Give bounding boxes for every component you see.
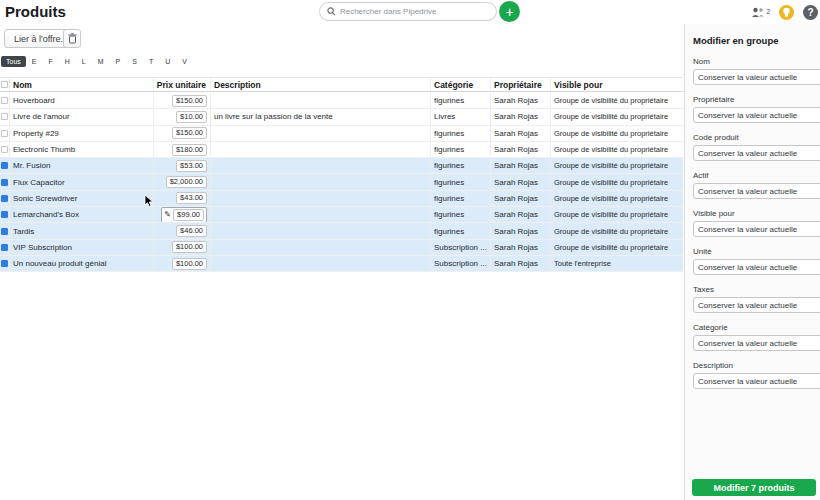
users-icon[interactable]: 2 bbox=[751, 7, 770, 18]
price-value[interactable]: $43.00 bbox=[176, 192, 207, 204]
bulk-edit-submit-button[interactable]: Modifier 7 produits bbox=[692, 479, 816, 496]
product-price-cell: $100.00 bbox=[154, 240, 211, 255]
price-value[interactable]: $10.00 bbox=[176, 111, 207, 123]
row-checkbox[interactable] bbox=[1, 244, 8, 251]
alphabet-filter-s[interactable]: S bbox=[126, 56, 143, 67]
row-checkbox[interactable] bbox=[1, 162, 8, 169]
product-owner: Sarah Rojas bbox=[491, 240, 551, 255]
row-checkbox[interactable] bbox=[1, 211, 8, 218]
product-name[interactable]: Mr. Fusion bbox=[10, 158, 154, 173]
product-price-cell: $53.00 bbox=[154, 158, 211, 173]
column-header-proprietaire[interactable]: Propriétaire bbox=[491, 78, 551, 91]
alphabet-filter-l[interactable]: L bbox=[76, 56, 92, 67]
row-checkbox[interactable] bbox=[1, 130, 8, 137]
product-name[interactable]: Property #29 bbox=[10, 126, 154, 141]
select-all-checkbox[interactable] bbox=[1, 81, 8, 88]
product-price-cell: $150.00 bbox=[154, 126, 211, 141]
field-select-value: Conserver la valeur actuelle bbox=[698, 301, 797, 310]
table-row[interactable]: Sonic Screwdriver$43.00figurinesSarah Ro… bbox=[0, 191, 683, 207]
product-owner: Sarah Rojas bbox=[491, 223, 551, 238]
row-checkbox[interactable] bbox=[1, 260, 8, 267]
product-category: figurines bbox=[431, 207, 491, 222]
field-select-value: Conserver la valeur actuelle bbox=[698, 263, 797, 272]
table-row[interactable]: Tardis$46.00figurinesSarah RojasGroupe d… bbox=[0, 223, 683, 239]
field-select[interactable]: Conserver la valeur actuelle▾ bbox=[693, 259, 820, 275]
product-description bbox=[211, 191, 431, 206]
table-row[interactable]: Hoverboard$150.00figurinesSarah RojasGro… bbox=[0, 93, 683, 109]
table-row[interactable]: Lemarchand's Box✎$99.00figurinesSarah Ro… bbox=[0, 207, 683, 223]
product-name[interactable]: Sonic Screwdriver bbox=[10, 191, 154, 206]
field-select[interactable]: Conserver la valeur actuelle▾ bbox=[693, 69, 820, 85]
field-select[interactable]: Conserver la valeur actuelle▾ bbox=[693, 373, 820, 389]
row-checkbox[interactable] bbox=[1, 146, 8, 153]
price-value[interactable]: $99.00 bbox=[173, 209, 204, 221]
price-edit-field[interactable]: ✎$99.00 bbox=[161, 207, 207, 222]
global-search[interactable] bbox=[319, 2, 497, 21]
table-row[interactable]: Un nouveau produit génial$100.00Subscrip… bbox=[0, 256, 683, 272]
field-select[interactable]: Conserver la valeur actuelle▾ bbox=[693, 145, 820, 161]
row-checkbox-cell bbox=[0, 93, 10, 108]
product-name[interactable]: Livre de l'amour bbox=[10, 109, 154, 124]
field-select[interactable]: Conserver la valeur actuelle▾ bbox=[693, 107, 820, 123]
column-header-categorie[interactable]: Catégorie bbox=[431, 78, 491, 91]
alphabet-filter-m[interactable]: M bbox=[92, 56, 110, 67]
field-label: Description bbox=[693, 361, 820, 370]
row-checkbox[interactable] bbox=[1, 195, 8, 202]
row-checkbox-cell bbox=[0, 126, 10, 141]
product-name[interactable]: Hoverboard bbox=[10, 93, 154, 108]
table-row[interactable]: Electronic Thumb$180.00figurinesSarah Ro… bbox=[0, 142, 683, 158]
price-value[interactable]: $150.00 bbox=[172, 95, 207, 107]
table-row[interactable]: Mr. Fusion$53.00figurinesSarah RojasGrou… bbox=[0, 158, 683, 174]
alphabet-filter-p[interactable]: P bbox=[110, 56, 127, 67]
price-value[interactable]: $100.00 bbox=[172, 241, 207, 253]
field-select[interactable]: Conserver la valeur actuelle▾ bbox=[693, 297, 820, 313]
column-header-prix-unitaire[interactable]: Prix unitaire bbox=[154, 78, 211, 91]
alphabet-filter-t[interactable]: T bbox=[143, 56, 159, 67]
bulk-field-unit-: UnitéConserver la valeur actuelle▾ bbox=[693, 247, 820, 275]
alphabet-filter-u[interactable]: U bbox=[159, 56, 176, 67]
price-value[interactable]: $180.00 bbox=[172, 144, 207, 156]
alphabet-filter-tous[interactable]: Tous bbox=[1, 56, 26, 67]
search-input[interactable] bbox=[340, 7, 489, 16]
quick-add-button[interactable]: + bbox=[499, 1, 520, 22]
column-header-description[interactable]: Description bbox=[211, 78, 431, 91]
bulk-edit-fields: NomConserver la valeur actuelle▾Propriét… bbox=[685, 57, 820, 389]
product-description: un livre sur la passion de la vente bbox=[211, 109, 431, 124]
page-title: Produits bbox=[5, 3, 66, 20]
price-value[interactable]: $2,000.00 bbox=[166, 176, 207, 188]
product-name[interactable]: Tardis bbox=[10, 223, 154, 238]
price-value[interactable]: $46.00 bbox=[176, 225, 207, 237]
table-row[interactable]: Livre de l'amour$10.00un livre sur la pa… bbox=[0, 109, 683, 125]
field-select-value: Conserver la valeur actuelle bbox=[698, 377, 797, 386]
product-visible-to: Groupe de visibilité du propriétaire bbox=[551, 142, 683, 157]
table-row[interactable]: Flux Capacitor$2,000.00figurinesSarah Ro… bbox=[0, 174, 683, 190]
column-header-nom[interactable]: Nom bbox=[10, 78, 154, 91]
price-value[interactable]: $100.00 bbox=[172, 258, 207, 270]
product-description bbox=[211, 93, 431, 108]
product-name[interactable]: Un nouveau produit génial bbox=[10, 256, 154, 271]
row-checkbox[interactable] bbox=[1, 97, 8, 104]
row-checkbox[interactable] bbox=[1, 179, 8, 186]
product-name[interactable]: Electronic Thumb bbox=[10, 142, 154, 157]
alphabet-filter-e[interactable]: E bbox=[26, 56, 43, 67]
row-checkbox[interactable] bbox=[1, 228, 8, 235]
table-row[interactable]: Property #29$150.00figurinesSarah RojasG… bbox=[0, 126, 683, 142]
price-value[interactable]: $53.00 bbox=[176, 160, 207, 172]
alphabet-filter-h[interactable]: H bbox=[59, 56, 76, 67]
price-value[interactable]: $150.00 bbox=[172, 127, 207, 139]
product-name[interactable]: Lemarchand's Box bbox=[10, 207, 154, 222]
delete-button[interactable] bbox=[63, 29, 81, 48]
product-name[interactable]: Flux Capacitor bbox=[10, 174, 154, 189]
product-name[interactable]: VIP Subscription bbox=[10, 240, 154, 255]
field-select[interactable]: Conserver la valeur actuelle▾ bbox=[693, 335, 820, 351]
column-header-visible-pour[interactable]: Visible pour bbox=[551, 78, 683, 91]
field-select[interactable]: Conserver la valeur actuelle▾ bbox=[693, 183, 820, 199]
row-checkbox[interactable] bbox=[1, 113, 8, 120]
field-select[interactable]: Conserver la valeur actuelle▾ bbox=[693, 221, 820, 237]
help-icon[interactable]: ? bbox=[803, 5, 818, 20]
alphabet-filter-v[interactable]: V bbox=[176, 56, 193, 67]
product-category: Subscription ... bbox=[431, 256, 491, 271]
table-row[interactable]: VIP Subscription$100.00Subscription ...S… bbox=[0, 240, 683, 256]
suggestions-lightbulb-icon[interactable] bbox=[779, 5, 794, 20]
alphabet-filter-f[interactable]: F bbox=[42, 56, 58, 67]
